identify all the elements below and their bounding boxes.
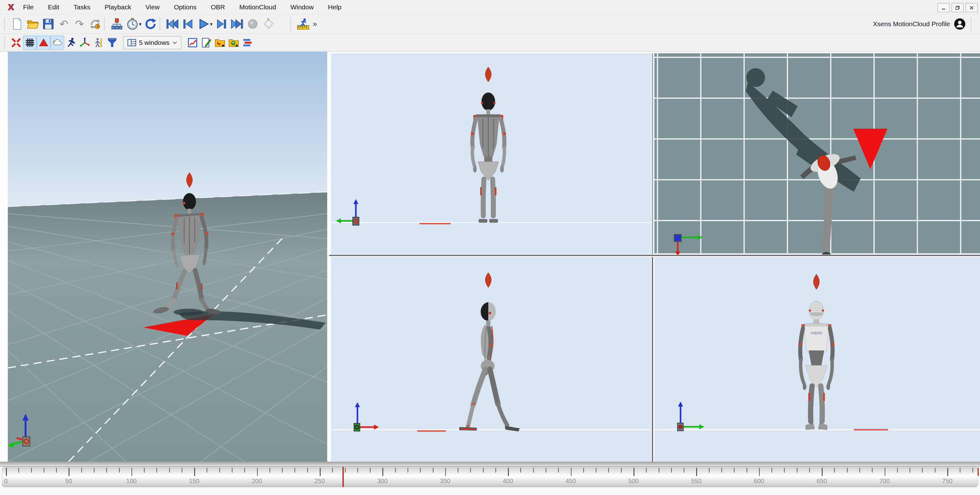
viewport-front[interactable]: XSENS [654, 257, 980, 462]
ruler-tick [169, 468, 170, 473]
ruler-tick [194, 468, 195, 476]
play-button[interactable] [196, 16, 211, 32]
menu-file[interactable]: File [22, 3, 35, 12]
ruler-tick [608, 468, 609, 473]
main-toolbar: ↶ ↷ ▾ [0, 14, 980, 33]
menu-edit[interactable]: Edit [47, 3, 60, 12]
timeline-playhead[interactable] [342, 467, 344, 487]
marker-tag-icon [262, 18, 274, 30]
ruler-tick [571, 468, 572, 476]
record-button[interactable] [245, 16, 261, 32]
viewport-top[interactable] [654, 53, 980, 254]
import-folder-button[interactable] [227, 35, 240, 50]
toolbar-grip[interactable] [159, 18, 162, 30]
minimize-button[interactable] [938, 3, 950, 12]
export-folder-button[interactable] [213, 35, 227, 50]
viewport-back[interactable] [331, 53, 651, 254]
redo-icon: ↷ [75, 19, 84, 29]
toolbar-grip[interactable] [970, 18, 973, 30]
ruler-tick [232, 468, 232, 473]
show-character-button[interactable] [64, 35, 78, 50]
add-marker-button[interactable] [261, 16, 276, 32]
next-frame-button[interactable] [214, 16, 229, 32]
new-document-button[interactable] [10, 16, 25, 32]
toolbar-grip[interactable] [290, 18, 293, 30]
notes-button[interactable] [199, 35, 213, 50]
ruler-tick [596, 468, 597, 473]
menu-motioncloud[interactable]: MotionCloud [238, 3, 277, 12]
restore-button[interactable] [951, 3, 964, 12]
ruler-tick [156, 468, 157, 473]
toolbar-grip[interactable] [4, 36, 7, 49]
go-to-end-button[interactable] [229, 16, 245, 32]
import-folder-icon [228, 38, 239, 48]
ruler-tick-label: 100 [126, 478, 137, 485]
figure-axes-button[interactable] [92, 35, 105, 50]
toggle-grid-button[interactable] [23, 35, 37, 50]
ruler-tick-label: 600 [754, 478, 764, 485]
stopwatch-button[interactable] [125, 16, 140, 32]
graph-icon [188, 38, 197, 48]
open-file-button[interactable] [25, 16, 40, 32]
previous-frame-button[interactable] [180, 16, 196, 32]
redo-button[interactable]: ↷ [72, 16, 87, 32]
avatar-icon[interactable] [954, 18, 966, 30]
xsens-logo-icon: X [8, 3, 14, 12]
show-axes-button[interactable] [78, 35, 92, 50]
reprocess-button[interactable] [143, 16, 158, 32]
network-setup-icon [111, 18, 123, 30]
ruler-tick [784, 468, 784, 473]
ruler-tick-label: 550 [691, 478, 702, 485]
ruler-tick [772, 468, 772, 473]
ruler-tick [797, 468, 797, 473]
toggle-shadow-button[interactable] [51, 35, 64, 50]
ruler-tick [207, 468, 207, 473]
menu-view[interactable]: View [144, 3, 161, 12]
toolbar-overflow-chevron[interactable]: » [313, 20, 317, 29]
undo-button[interactable]: ↶ [56, 16, 72, 32]
ruler-tick [307, 468, 308, 473]
mvn-figure-button[interactable] [10, 35, 23, 50]
window-controls [938, 3, 977, 12]
export-folder-icon [215, 38, 226, 48]
viewport-side[interactable] [331, 257, 651, 462]
window-layout-select[interactable]: 5 windows [123, 36, 181, 49]
new-document-icon [11, 18, 23, 30]
profile-area[interactable]: Xsens MotionCloud Profile [873, 18, 980, 30]
toolbar-grip[interactable] [4, 18, 7, 30]
measure-tool-button[interactable] [295, 16, 311, 32]
menu-help[interactable]: Help [327, 3, 343, 12]
ruler-tick [370, 468, 371, 473]
graph-button[interactable] [186, 35, 199, 50]
timeline-scrollbar[interactable] [0, 462, 980, 466]
menu-window[interactable]: Window [289, 3, 315, 12]
restore-icon [955, 6, 960, 10]
stopwatch-dropdown-arrow[interactable]: ▾ [139, 21, 142, 27]
play-dropdown-arrow[interactable]: ▾ [210, 21, 213, 27]
toolbar-grip[interactable] [104, 18, 107, 30]
sync-history-button[interactable] [87, 16, 103, 32]
ruler-tick [859, 468, 860, 473]
viewport-divider-horizontal[interactable] [329, 255, 980, 256]
menu-playback[interactable]: Playback [103, 3, 132, 12]
save-button[interactable] [40, 16, 56, 32]
red-cone-icon [39, 38, 49, 48]
go-to-start-button[interactable] [164, 16, 180, 32]
timeline-ruler[interactable]: 0501001502002503003504004505005506006507… [2, 466, 978, 487]
viewport-divider-vertical-top[interactable] [652, 53, 653, 254]
viewport-perspective[interactable] [8, 52, 327, 462]
ruler-tick-label: 750 [942, 478, 952, 485]
toggle-heading-marker-button[interactable] [37, 35, 51, 50]
timeline-end-marker [977, 468, 979, 476]
list-view-button[interactable] [240, 35, 254, 50]
viewport-divider-vertical-bottom[interactable] [652, 257, 653, 462]
menu-options[interactable]: Options [173, 3, 197, 12]
menu-tasks[interactable]: Tasks [72, 3, 92, 12]
menu-obr[interactable]: OBR [209, 3, 226, 12]
previous-frame-icon [182, 18, 194, 30]
close-button[interactable] [966, 3, 977, 12]
ruler-tick-label: 500 [628, 478, 638, 485]
filter-button[interactable] [105, 35, 119, 50]
menubar: X File Edit Tasks Playback View Options … [0, 0, 980, 14]
network-setup-button[interactable] [109, 16, 125, 32]
